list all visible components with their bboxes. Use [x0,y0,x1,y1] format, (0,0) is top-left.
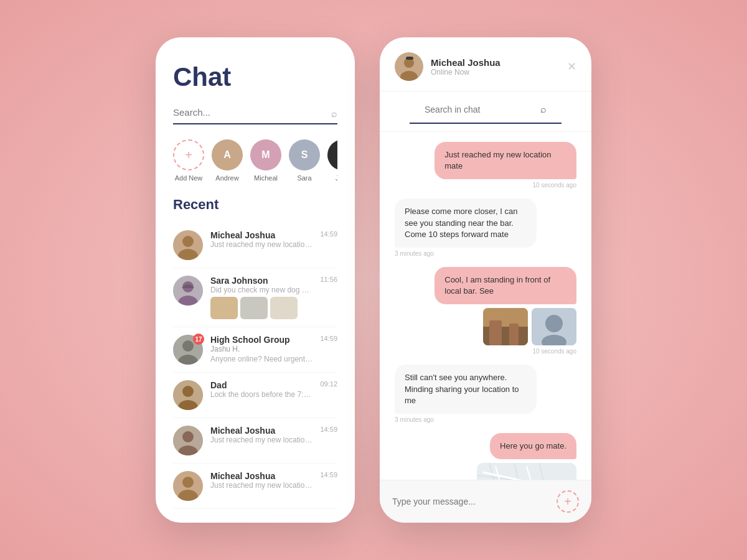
chat-name: Dad [210,380,312,390]
chat-time: 14:59 [320,471,337,478]
story-john[interactable]: J John [327,139,337,182]
search-icon: ⌕ [331,108,337,119]
svg-point-27 [545,315,563,332]
message-bubble: Still can't see you anywhere. Minding sh… [395,365,537,414]
chat-thumb-2 [240,297,268,319]
chat-info: Micheal Joshua Just reached my new locat… [210,230,312,249]
chat-avatar [173,230,203,260]
story-avatar-john: J [327,139,337,170]
chat-avatar-wrap [173,230,203,260]
message-bubble: Just reached my new location mate [435,142,576,179]
map-preview [477,463,576,480]
story-name-micheal: Micheal [254,174,278,182]
msg-image-2 [532,308,576,345]
search-chat-container: ⌕ [410,96,561,124]
chat-item-dad[interactable]: Dad Lock the doors before the 7:00 daram… [173,373,337,418]
search-chat-icon: ⌕ [540,104,547,115]
contact-avatar [395,52,423,81]
svg-rect-24 [489,320,502,345]
search-input[interactable] [173,107,337,118]
chat-item-micheal-1[interactable]: Micheal Joshua Just reached my new locat… [173,223,337,268]
story-name-sara: Sara [297,174,311,182]
message-2: Please come more closer, I can see you s… [395,198,576,262]
chat-time: 11:56 [320,276,337,283]
chat-item-sara[interactable]: Sara Johnson Did you check my new dog ph… [173,268,337,327]
chat-preview: Just reached my new location mate [210,436,312,444]
story-name-andrew: Andrew [215,174,238,182]
svg-point-13 [182,431,194,442]
chat-name: Micheal Joshua [210,426,312,436]
chat-time: 14:59 [320,230,337,238]
add-attachment-button[interactable]: + [557,490,579,513]
chat-item-micheal-3[interactable]: Micheal Joshua Just reached my new locat… [173,464,337,509]
story-andrew[interactable]: A Andrew [212,139,243,182]
contact-name: Micheal Joshua [431,57,560,68]
chat-info: Micheal Joshua Just reached my new locat… [210,426,312,444]
chat-sender: Jashu H. [210,345,312,353]
chat-item-micheal-2[interactable]: Micheal Joshua Just reached my new locat… [173,418,337,464]
chat-info: High School Group Jashu H. Anyone online… [210,335,312,363]
svg-point-1 [182,236,194,247]
chat-info: Dad Lock the doors before the 7:00 daram… [210,380,312,399]
chat-info: Sara Johnson Did you check my new dog ph… [210,276,312,319]
message-3: Cool, I am standing in front of local ba… [395,267,576,360]
svg-rect-21 [406,57,413,60]
message-time: 3 minutes ago [395,250,434,257]
search-chat-input[interactable] [425,105,540,114]
chat-info: Micheal Joshua Just reached my new locat… [210,471,312,490]
chat-preview: Did you check my new dog photos online? [210,286,312,294]
msg-image-1 [483,308,528,345]
close-button[interactable]: ✕ [567,61,576,72]
add-new-label: Add New [175,174,203,182]
contact-info: Micheal Joshua Online Now [431,57,560,77]
message-time: 10 seconds ago [532,182,576,189]
svg-rect-25 [509,324,519,345]
chat-thumb-3 [270,297,298,319]
message-bubble: Cool, I am standing in front of local ba… [435,267,576,304]
story-avatar-andrew: A [212,139,243,170]
message-time: 3 minutes ago [395,416,434,423]
search-chat-row: ⌕ [380,91,591,132]
chat-thumb-1 [210,297,238,319]
message-1: Just reached my new location mate 10 sec… [395,142,576,194]
chat-avatar [173,380,203,410]
message-5: Here you go mate. [395,433,576,480]
chat-item-group[interactable]: 17 High School Group Jashu H. Anyone onl… [173,327,337,373]
svg-point-7 [182,340,194,352]
message-input[interactable] [392,497,549,506]
svg-point-16 [182,477,194,488]
chat-avatar [173,471,203,501]
chat-list: Micheal Joshua Just reached my new locat… [173,223,337,510]
message-4: Still can't see you anywhere. Minding sh… [395,365,576,428]
message-bubble: Here you go mate. [490,433,576,459]
chat-name: High School Group [210,335,312,345]
chat-time: 14:59 [320,335,337,342]
chat-avatar [173,426,203,455]
message-input-area: + [380,480,591,523]
add-new-story[interactable]: + Add New [173,139,204,182]
chat-preview: Just reached my new location mate [210,481,312,490]
search-container: ⌕ [173,107,337,124]
svg-point-10 [182,386,194,397]
chat-avatar-wrap [173,471,203,501]
contact-status: Online Now [431,68,560,77]
chat-avatar [173,276,203,306]
chat-list-panel: Chat ⌕ + Add New A Andrew M Micheal S Sa… [156,37,355,523]
chat-time: 14:59 [320,426,337,433]
story-sara[interactable]: S Sara [289,139,320,182]
message-bubble: Please come more closer, I can see you s… [395,198,537,248]
chat-name: Micheal Joshua [210,230,312,240]
chat-avatar-wrap: 17 [173,335,203,365]
chat-name: Micheal Joshua [210,471,312,481]
chat-avatar-wrap [173,276,203,306]
message-time: 10 seconds ago [532,348,576,355]
chat-images-preview [210,297,312,319]
messages-area: Just reached my new location mate 10 sec… [380,132,591,480]
chat-detail-panel: Micheal Joshua Online Now ✕ ⌕ Just reach… [380,37,591,523]
story-micheal[interactable]: M Micheal [250,139,281,182]
chat-avatar-wrap [173,426,203,455]
chat-header: Micheal Joshua Online Now ✕ [380,37,591,91]
add-new-button[interactable]: + [173,139,204,170]
story-avatar-sara: S [289,139,320,170]
stories-row: + Add New A Andrew M Micheal S Sara J Jo… [173,139,337,182]
